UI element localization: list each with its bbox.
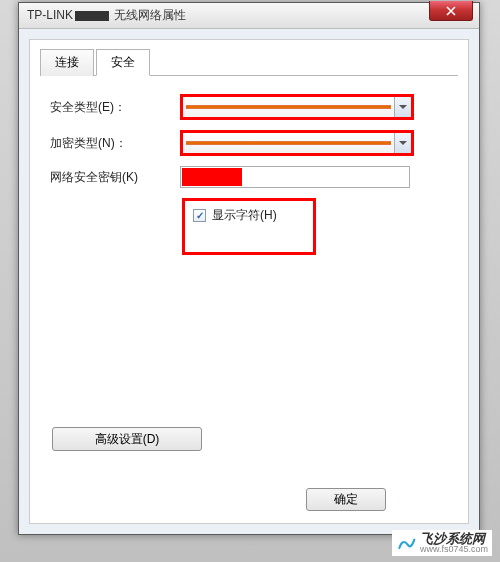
- tab-security[interactable]: 安全: [96, 49, 150, 76]
- dropdown-arrow-icon: [394, 133, 411, 153]
- highlight-box: 显示字符(H): [182, 198, 316, 255]
- label-show-characters: 显示字符(H): [212, 207, 277, 224]
- label-encryption-type: 加密类型(N)：: [50, 135, 180, 152]
- advanced-settings-button[interactable]: 高级设置(D): [52, 427, 202, 451]
- show-characters-checkbox[interactable]: [193, 209, 206, 222]
- redacted-block: [182, 168, 242, 186]
- row-encryption-type: 加密类型(N)：: [40, 130, 458, 156]
- window-frame: 连接 安全 安全类型(E)： 加密类型(N)： 网络安全密钥(K): [19, 29, 479, 534]
- content-area: 连接 安全 安全类型(E)： 加密类型(N)： 网络安全密钥(K): [29, 39, 469, 524]
- encryption-type-dropdown[interactable]: [180, 130, 414, 156]
- watermark-url: www.fs0745.com: [420, 545, 488, 554]
- network-key-field[interactable]: [180, 166, 410, 188]
- titlebar: TP-LINK 无线网络属性: [19, 3, 479, 29]
- window-title: TP-LINK 无线网络属性: [27, 7, 186, 24]
- label-network-key: 网络安全密钥(K): [50, 169, 180, 186]
- label-security-type: 安全类型(E)：: [50, 99, 180, 116]
- watermark: 飞沙系统网 www.fs0745.com: [392, 530, 492, 556]
- redacted-line: [186, 106, 391, 109]
- row-network-key: 网络安全密钥(K): [40, 166, 458, 188]
- ok-button[interactable]: 确定: [306, 488, 386, 511]
- redacted-line: [186, 142, 391, 145]
- row-show-characters: 显示字符(H): [40, 198, 458, 255]
- close-button[interactable]: [429, 1, 473, 21]
- tab-strip: 连接 安全: [40, 48, 458, 76]
- watermark-logo-icon: [396, 533, 416, 553]
- row-security-type: 安全类型(E)：: [40, 94, 458, 120]
- close-icon: [446, 6, 456, 16]
- security-type-dropdown[interactable]: [180, 94, 414, 120]
- properties-window: TP-LINK 无线网络属性 连接 安全 安全类型(E)： 加密类型(N)：: [18, 2, 480, 535]
- dropdown-arrow-icon: [394, 97, 411, 117]
- tab-connect[interactable]: 连接: [40, 49, 94, 76]
